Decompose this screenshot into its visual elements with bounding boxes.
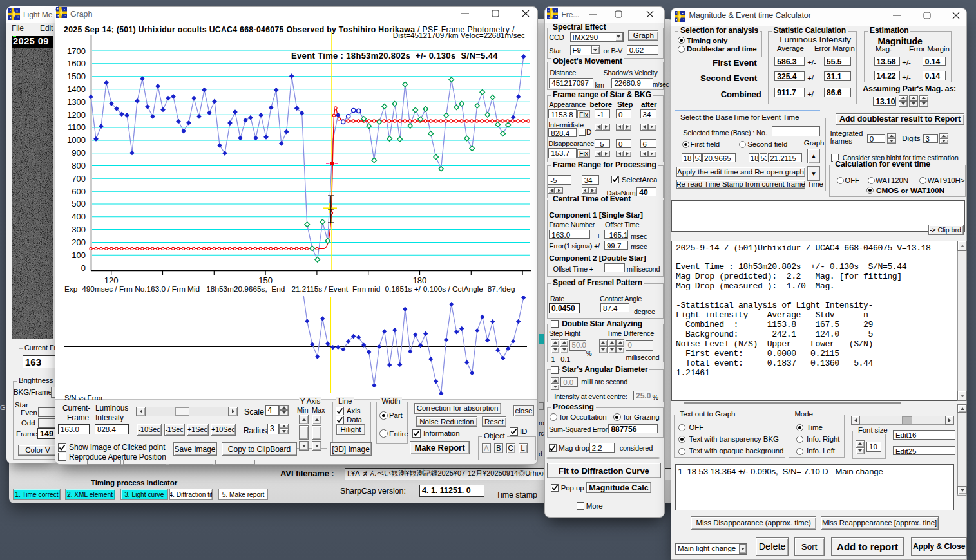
svg-text:0: 0: [81, 263, 86, 273]
svg-text:1300: 1300: [67, 97, 86, 107]
svg-text:1400: 1400: [67, 84, 86, 94]
svg-text:600: 600: [72, 187, 86, 196]
svg-text:500: 500: [72, 199, 86, 209]
svg-text:1100: 1100: [68, 122, 86, 132]
svg-text:400: 400: [72, 212, 86, 221]
svg-text:100: 100: [72, 250, 86, 260]
svg-text:Exp=490msec / Frm No.163.0 / F: Exp=490msec / Frm No.163.0 / Frm Mid= 18…: [64, 285, 515, 294]
svg-text:1200: 1200: [67, 110, 86, 120]
svg-text:1600: 1600: [67, 59, 86, 68]
svg-text:700: 700: [72, 174, 86, 183]
svg-text:200: 200: [72, 238, 86, 247]
svg-text:1500: 1500: [67, 71, 86, 81]
svg-text:Event Time : 18h53m20.802s +/: Event Time : 18h53m20.802s +/- 0.130s S/…: [291, 51, 498, 61]
svg-text:1000: 1000: [67, 135, 86, 145]
svg-text:S/N vs Error: S/N vs Error: [64, 394, 103, 400]
svg-text:1700: 1700: [67, 46, 86, 56]
svg-text:300: 300: [72, 225, 86, 234]
svg-text:Dist=451217097km Veloc=22681m/: Dist=451217097km Veloc=22681m/sec: [393, 31, 525, 40]
svg-text:900: 900: [72, 148, 86, 158]
svg-text:800: 800: [72, 161, 86, 171]
